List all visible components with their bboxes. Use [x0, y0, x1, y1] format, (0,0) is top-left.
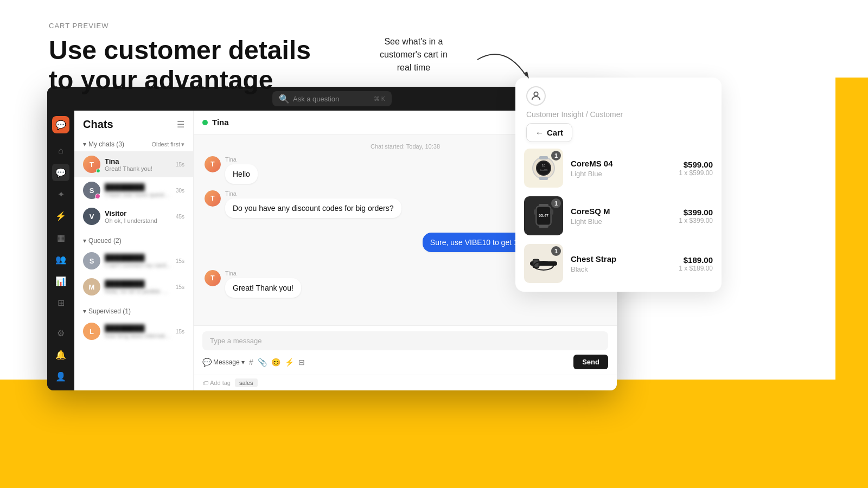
my-chats-section: ▾ My chats (3) Oldest first ▾ T: [74, 135, 193, 232]
chat-item-visitor[interactable]: V Visitor Oh ok, I understand 45s: [74, 203, 193, 229]
cart-panel: Customer Insight / Customer ← Cart 1 10 …: [515, 78, 722, 292]
filter-icon[interactable]: ☰: [177, 119, 184, 130]
message-type-selector[interactable]: 💬 Message ▾: [202, 358, 245, 367]
cart-item-name: CoreMS 04: [571, 159, 671, 168]
chat-preview: Hola, no sé si pedido en la lista...: [105, 288, 171, 294]
cart-item-price: $599.00 1 x $599.00: [679, 160, 713, 177]
cart-item-info: CoreSQ M Light Blue: [571, 207, 671, 226]
cart-breadcrumb: Customer Insight / Customer: [515, 110, 722, 123]
chat-time: 45s: [176, 214, 184, 220]
chat-preview: I can't connect my card...: [105, 262, 171, 268]
cart-item-price-sub: 1 x $399.00: [679, 217, 713, 224]
chat-name: Visitor: [105, 209, 171, 217]
emoji-icon[interactable]: 😊: [271, 358, 280, 367]
message-content: Tina Great! Thank you!: [225, 270, 301, 298]
chevron-sort-icon: ▾: [181, 141, 184, 148]
chat-sort[interactable]: Oldest first ▾: [151, 141, 184, 148]
cart-back-button[interactable]: ← Cart: [526, 123, 572, 142]
sidebar-icon-sparkle[interactable]: ✦: [52, 185, 69, 203]
cart-item-variant: Light Blue: [571, 170, 671, 178]
svg-rect-8: [539, 177, 548, 180]
sidebar-icon-chats[interactable]: 💬: [52, 164, 69, 181]
message-bubble: Do you have any discount codes for big o…: [225, 198, 401, 218]
cart-item-name: Chest Strap: [571, 254, 671, 264]
message-bubble: Great! Thank you!: [225, 278, 301, 298]
chats-title: Chats: [83, 118, 113, 131]
add-tag-label[interactable]: 🏷 Add tag: [202, 380, 231, 386]
svg-text:10: 10: [542, 164, 545, 167]
message-avatar-tina: T: [205, 156, 221, 172]
sidebar-icon-avatar[interactable]: 👤: [52, 368, 69, 385]
chat-info: Visitor Oh ok, I understand: [105, 209, 171, 224]
chat-item-s[interactable]: S ████████ I have one more question. Cou…: [74, 177, 193, 203]
cart-panel-header: [515, 78, 722, 110]
chat-info: Tina Great! Thank you!: [105, 157, 171, 172]
chat-avatar-tina: T: [83, 156, 100, 173]
chat-item-q1[interactable]: S ████████ I can't connect my card... 15…: [74, 248, 193, 274]
chat-info: ████████ I have one more question. Could…: [105, 183, 171, 198]
sidebar-icon-bell[interactable]: 🔔: [52, 346, 69, 363]
svg-rect-13: [550, 209, 553, 215]
chat-avatar-s: S: [83, 182, 100, 199]
chat-item-tina[interactable]: T Tina Great! Thank you! 15s: [74, 151, 193, 177]
qty-badge: 1: [551, 246, 561, 256]
chat-time: 15s: [176, 258, 184, 264]
chat-time: 15s: [176, 329, 184, 335]
sidebar-icon-home[interactable]: ⌂: [52, 142, 69, 159]
sidebar-icon-settings[interactable]: ⚙: [52, 324, 69, 342]
svg-rect-14: [539, 204, 548, 207]
chat-time: 30s: [176, 188, 184, 194]
search-shortcut: ⌘ K: [374, 95, 385, 102]
attachment-icon[interactable]: 📎: [258, 358, 267, 367]
chat-input-area: Type a message 💬 Message ▾ # 📎 😊 ⚡ ⊟ Sen…: [194, 325, 617, 375]
my-chats-header[interactable]: ▾ My chats (3) Oldest first ▾: [74, 137, 193, 151]
message-bubble: Hello: [225, 164, 258, 184]
chats-header: Chats ☰: [74, 111, 193, 135]
svg-rect-12: [534, 209, 537, 215]
chat-item-sup[interactable]: L ████████ how long does international s…: [74, 318, 193, 344]
search-placeholder: Ask a question: [293, 95, 339, 103]
chats-panel: Chats ☰ ▾ My chats (3) Oldest first ▾: [74, 111, 194, 390]
svg-rect-15: [539, 225, 548, 228]
hero-section: CART PREVIEW Use customer details to you…: [49, 22, 311, 95]
chat-avatar-q1: S: [83, 252, 100, 269]
chat-item-q2[interactable]: M ████████ Hola, no sé si pedido en la l…: [74, 274, 193, 300]
qty-badge: 1: [551, 151, 561, 160]
platform-badge-icon: [95, 194, 100, 199]
chat-preview: I have one more question. Could...: [105, 191, 171, 198]
chat-preview: Oh ok, I understand: [105, 217, 171, 224]
tag-icon: 🏷: [202, 380, 208, 386]
svg-text:05:47: 05:47: [539, 214, 548, 217]
sidebar-icon-grid[interactable]: ⊞: [52, 294, 69, 311]
svg-text:CoreMS: CoreMS: [540, 169, 548, 171]
back-arrow-icon: ←: [535, 128, 544, 137]
supervised-header[interactable]: ▾ Supervised (1): [74, 304, 193, 318]
cart-item-price: $189.00 1 x $189.00: [679, 255, 713, 272]
message-input[interactable]: Type a message: [202, 331, 608, 350]
chat-name: ████████: [105, 254, 171, 262]
sidebar-icon-archive[interactable]: ▦: [52, 229, 69, 246]
cart-item-coresqm: 1 05:47 CoreSQ M Light Blue $399.00 1 x …: [524, 196, 713, 235]
hero-title: Use customer details to your advantage: [49, 35, 311, 95]
chat-tags: 🏷 Add tag sales: [194, 375, 617, 390]
chevron-down-icon: ▾: [83, 140, 86, 148]
sidebar-icon-users[interactable]: 👥: [52, 251, 69, 268]
message-avatar-tina2: T: [205, 190, 221, 207]
customer-avatar-icon: [526, 86, 546, 106]
send-button[interactable]: Send: [573, 355, 608, 369]
cart-item-price-sub: 1 x $189.00: [679, 265, 713, 272]
queued-header[interactable]: ▾ Queued (2): [74, 234, 193, 248]
hashtag-icon[interactable]: #: [249, 358, 253, 367]
message-content: Tina Hello: [225, 156, 258, 184]
cart-item-price-main: $399.00: [679, 208, 713, 217]
tag-badge-sales[interactable]: sales: [235, 378, 258, 387]
online-status-dot: [202, 120, 208, 125]
chat-main-title: Tina: [202, 118, 229, 127]
more-tools-icon[interactable]: ⊟: [298, 358, 305, 367]
sidebar-icon-bolt[interactable]: ⚡: [52, 207, 69, 224]
yellow-background: [0, 380, 868, 488]
sidebar-icon-chart[interactable]: 📊: [52, 272, 69, 290]
cart-item-img-corems04: 1 10 CoreMS: [524, 149, 563, 188]
message-sender: Tina: [225, 270, 301, 277]
quick-reply-icon[interactable]: ⚡: [285, 358, 294, 367]
